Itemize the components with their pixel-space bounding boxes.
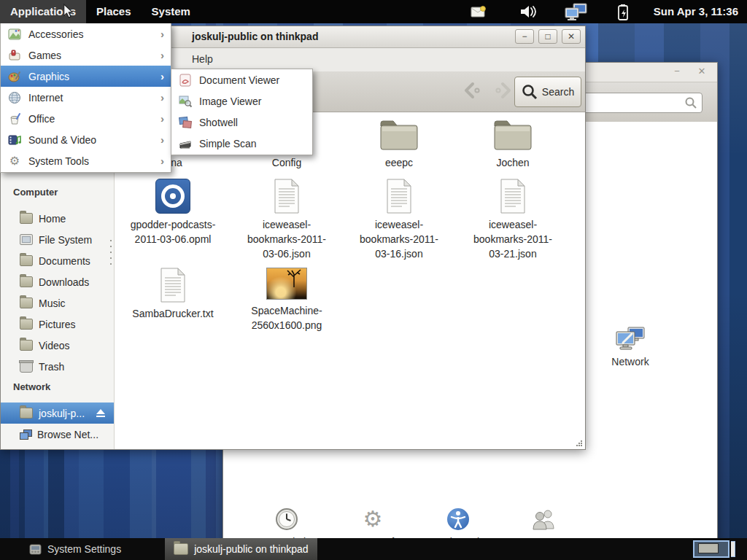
graphics-icon bbox=[7, 69, 22, 84]
sidebar-heading-computer: Computer bbox=[13, 187, 58, 198]
menu-item-games[interactable]: Games › bbox=[1, 44, 171, 66]
file-label: na bbox=[171, 155, 182, 170]
file-item-document[interactable]: iceweasel-bookmarks-2011-03-16.json bbox=[354, 179, 444, 261]
folder-icon bbox=[492, 118, 533, 152]
sidebar-item-joskulj-public[interactable]: joskulj-p... bbox=[1, 402, 114, 424]
file-label: eeepc bbox=[385, 155, 413, 170]
sound-video-icon bbox=[7, 133, 22, 147]
file-item-opml[interactable]: gpodder-podcasts-2011-03-06.opml bbox=[128, 179, 218, 246]
sidebar-item-file-system[interactable]: File System bbox=[1, 229, 114, 250]
share-folder-icon bbox=[20, 408, 33, 419]
videos-folder-icon bbox=[20, 340, 33, 351]
desktop: − ✕ bbox=[0, 0, 747, 560]
window-title: joskulj-public on thinkpad bbox=[192, 31, 318, 42]
sidebar-item-downloads[interactable]: Downloads bbox=[1, 271, 114, 292]
workspace-thumbnail[interactable] bbox=[693, 540, 729, 558]
settings-item-network[interactable]: Network bbox=[590, 327, 670, 369]
sidebar-item-trash[interactable]: Trash bbox=[1, 356, 114, 377]
sidebar-item-browse-network[interactable]: Browse Net... bbox=[1, 424, 114, 445]
menu-item-graphics[interactable]: Graphics › bbox=[1, 66, 171, 87]
file-item-folder[interactable]: eeepc bbox=[354, 118, 444, 170]
settings-window-icon bbox=[29, 544, 42, 555]
opml-file-icon bbox=[155, 179, 190, 214]
forward-icon[interactable] bbox=[488, 81, 513, 103]
taskbar-item-system-settings[interactable]: System Settings bbox=[20, 538, 130, 560]
text-file-icon bbox=[272, 179, 301, 214]
shotwell-icon bbox=[178, 115, 193, 130]
back-icon[interactable] bbox=[462, 81, 487, 103]
taskbar-item-file-manager[interactable]: joskulj-public on thinkpad bbox=[165, 538, 317, 560]
users-icon bbox=[532, 507, 557, 532]
file-item-document[interactable]: SambaDrucker.txt bbox=[128, 268, 218, 321]
globe-icon bbox=[7, 90, 22, 105]
office-icon bbox=[7, 112, 22, 126]
menu-item-internet[interactable]: Internet › bbox=[1, 87, 171, 108]
file-list: na Config bbox=[115, 112, 585, 449]
file-item-document[interactable]: iceweasel-bookmarks-2011-03-21.json bbox=[468, 179, 558, 261]
submenu-arrow-icon: › bbox=[160, 49, 164, 61]
text-file-icon bbox=[384, 179, 414, 214]
sidebar-item-videos[interactable]: Videos bbox=[1, 335, 114, 356]
file-label: iceweasel-bookmarks-2011-03-06.json bbox=[241, 217, 332, 261]
menu-system[interactable]: System bbox=[142, 0, 201, 23]
menu-item-system-tools[interactable]: ⚙ System Tools › bbox=[1, 150, 171, 171]
file-label: Config bbox=[272, 155, 301, 170]
network-settings-icon bbox=[614, 327, 646, 351]
minimize-button[interactable]: − bbox=[515, 29, 534, 44]
menu-item-simple-scan[interactable]: Simple Scan bbox=[171, 133, 312, 154]
sidebar-item-music[interactable]: Music bbox=[1, 292, 114, 314]
menu-item-sound-video[interactable]: Sound & Video › bbox=[1, 129, 171, 150]
workspace-switcher[interactable] bbox=[693, 540, 740, 558]
file-item-document[interactable]: iceweasel-bookmarks-2011-03-06.json bbox=[241, 179, 332, 261]
file-label: iceweasel-bookmarks-2011-03-16.json bbox=[354, 217, 444, 261]
sidebar-item-pictures[interactable]: Pictures bbox=[1, 314, 114, 335]
maximize-button[interactable]: □ bbox=[538, 29, 557, 44]
battery-icon[interactable] bbox=[616, 4, 630, 23]
submenu-arrow-icon: › bbox=[160, 70, 164, 82]
mail-icon[interactable] bbox=[471, 6, 487, 20]
documents-folder-icon bbox=[20, 255, 33, 266]
window-resize-grip[interactable] bbox=[576, 440, 583, 447]
close-button[interactable]: ✕ bbox=[562, 29, 581, 44]
menu-item-shotwell[interactable]: Shotwell bbox=[171, 112, 312, 133]
trash-icon bbox=[20, 362, 33, 373]
menu-item-accessories[interactable]: Accessories › bbox=[1, 23, 171, 44]
top-panel: Applications Places System bbox=[0, 0, 747, 23]
folder-icon bbox=[379, 118, 419, 152]
simple-scan-icon bbox=[178, 136, 193, 151]
clock-icon bbox=[275, 507, 298, 532]
menu-places[interactable]: Places bbox=[86, 0, 142, 23]
universal-access-icon bbox=[447, 507, 469, 532]
menu-item-document-viewer[interactable]: Document Viewer bbox=[171, 69, 312, 90]
games-icon bbox=[7, 48, 22, 63]
gear-icon: ⚙ bbox=[7, 154, 22, 168]
file-label: SambaDrucker.txt bbox=[132, 306, 213, 321]
search-icon bbox=[522, 84, 538, 100]
network-icon[interactable] bbox=[563, 3, 588, 25]
folder-icon bbox=[174, 543, 188, 555]
sidebar-heading-network: Network bbox=[13, 381, 50, 392]
eject-icon[interactable] bbox=[96, 409, 105, 414]
menu-help[interactable]: Help bbox=[192, 53, 213, 65]
workspace-next[interactable] bbox=[731, 541, 735, 557]
search-button[interactable]: Search bbox=[514, 77, 581, 107]
minimize-icon[interactable]: − bbox=[670, 66, 684, 77]
file-label: Jochen bbox=[496, 155, 529, 170]
document-viewer-icon bbox=[178, 73, 193, 88]
volume-icon[interactable] bbox=[519, 4, 538, 22]
submenu-arrow-icon: › bbox=[160, 91, 164, 104]
image-thumbnail bbox=[266, 268, 307, 300]
sidebar-item-home[interactable]: Home bbox=[1, 208, 114, 229]
file-label: iceweasel-bookmarks-2011-03-21.json bbox=[468, 217, 558, 261]
sidebar-resize-handle[interactable] bbox=[110, 240, 112, 269]
gear-icon: ⚙ bbox=[363, 507, 383, 532]
menu-item-office[interactable]: Office › bbox=[1, 108, 171, 129]
file-item-folder[interactable]: Jochen bbox=[468, 118, 558, 170]
text-file-icon bbox=[158, 268, 187, 303]
menu-item-image-viewer[interactable]: Image Viewer bbox=[171, 90, 312, 112]
file-item-image[interactable]: SpaceMachine-2560x1600.png bbox=[241, 268, 332, 332]
close-icon[interactable]: ✕ bbox=[695, 66, 708, 77]
sidebar-item-documents[interactable]: Documents bbox=[1, 250, 114, 271]
panel-clock[interactable]: Sun Apr 3, 11:36 bbox=[654, 0, 738, 23]
submenu-arrow-icon: › bbox=[160, 155, 164, 167]
